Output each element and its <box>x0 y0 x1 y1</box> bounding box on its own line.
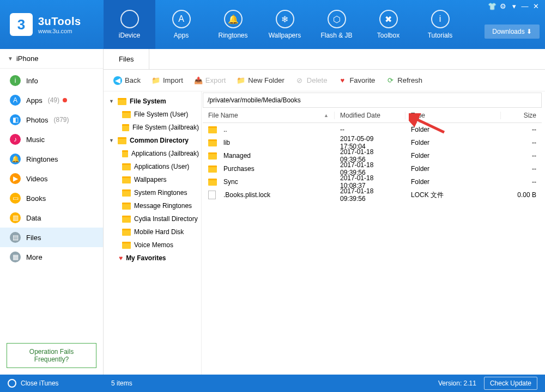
new-folder-button[interactable]: 📁New Folder <box>232 74 288 87</box>
logo: 3 3uTools www.3u.com <box>0 0 104 49</box>
info-icon: i <box>10 75 21 86</box>
sidebar-item-more[interactable]: ▦More <box>0 247 103 267</box>
tree-item[interactable]: System Ringtones <box>104 186 201 199</box>
nav-icon: ✖ <box>379 10 398 28</box>
path-bar[interactable] <box>203 93 542 108</box>
export-icon: 📤 <box>194 76 203 85</box>
top-nav: iDeviceAApps🔔Ringtones❄Wallpapers⬡Flash … <box>104 0 545 49</box>
heart-icon: ♥ <box>119 254 123 262</box>
nav-icon: ⬡ <box>328 10 346 28</box>
folder-icon <box>122 111 131 118</box>
toolbar: ◀Back 📁Import 📤Export 📁New Folder ⊘Delet… <box>104 70 545 91</box>
nav-apps[interactable]: AApps <box>155 0 207 49</box>
window-controls: 👕 ⚙ ▾ — ✕ <box>483 0 545 13</box>
status-item-count: 5 items <box>111 379 438 387</box>
sidebar-item-music[interactable]: ♪Music <box>0 130 103 149</box>
sidebar-item-data[interactable]: ▥Data <box>0 208 103 228</box>
sidebar-item-videos[interactable]: ▶Videos <box>0 169 103 188</box>
downloads-label: Downloads <box>492 28 524 35</box>
tree-item[interactable]: Wallpapers <box>104 173 201 186</box>
device-selector[interactable]: ▼ iPhone <box>0 49 103 69</box>
operation-fails-link[interactable]: Operation Fails Frequently? <box>7 343 96 368</box>
file-row[interactable]: ..--Folder-- <box>203 123 542 136</box>
nav-icon <box>120 10 139 28</box>
tshirt-icon[interactable]: 👕 <box>487 2 497 10</box>
notification-dot-icon <box>63 98 67 102</box>
folder-icon <box>208 139 217 146</box>
close-itunes-button[interactable]: Close iTunes <box>8 379 111 388</box>
ringtones-icon: 🔔 <box>10 154 21 164</box>
tab-files[interactable]: Files <box>104 49 149 69</box>
sidebar-item-apps[interactable]: AApps(49) <box>0 90 103 110</box>
nav-flash-jb[interactable]: ⬡Flash & JB <box>311 0 362 49</box>
nav-icon: A <box>172 10 191 28</box>
downloads-button[interactable]: Downloads ⬇ <box>485 24 540 39</box>
file-row[interactable]: Managed2017-01-18 09:39:56Folder-- <box>203 149 542 162</box>
folder-icon <box>208 152 217 160</box>
file-row[interactable]: Sync2017-01-18 10:08:37Folder-- <box>203 175 542 188</box>
tree-item[interactable]: File System (Jailbreak) <box>104 121 201 134</box>
photos-icon: ◧ <box>10 114 21 125</box>
file-list-panel: File Name▲ Modified Date Type Size ..--F… <box>202 91 545 375</box>
folder-icon <box>122 203 131 210</box>
nav-tutorials[interactable]: iTutorials <box>414 0 466 49</box>
file-row[interactable]: lib2017-05-09 17:50:04Folder-- <box>203 136 542 149</box>
export-button[interactable]: 📤Export <box>190 74 231 87</box>
refresh-button[interactable]: ⟳Refresh <box>382 74 427 87</box>
tree-item[interactable]: Mobile Hard Disk <box>104 225 201 238</box>
sidebar-item-books[interactable]: ▭Books <box>0 188 103 208</box>
tree-item[interactable]: Cydia Install Directory <box>104 212 201 225</box>
gear-icon[interactable]: ⚙ <box>498 2 508 10</box>
sidebar-item-photos[interactable]: ◧Photos(879) <box>0 110 103 130</box>
refresh-icon: ⟳ <box>386 76 395 85</box>
sidebar-item-files[interactable]: ▤Files <box>0 228 103 247</box>
tree-item[interactable]: Applications (Jailbreak) <box>104 147 201 160</box>
nav-ringtones[interactable]: 🔔Ringtones <box>207 0 259 49</box>
file-row[interactable]: .Books.plist.lock2017-01-18 09:39:56LOCK… <box>203 188 542 201</box>
col-type[interactable]: Type <box>405 112 501 119</box>
nav-icon: 🔔 <box>224 10 243 28</box>
folder-icon <box>208 126 217 133</box>
nav-wallpapers[interactable]: ❄Wallpapers <box>259 0 311 49</box>
videos-icon: ▶ <box>10 173 21 184</box>
file-row[interactable]: Purchases2017-01-18 09:39:56Folder-- <box>203 162 542 175</box>
path-input[interactable] <box>208 96 537 104</box>
col-file-name[interactable]: File Name▲ <box>203 112 335 119</box>
new-folder-icon: 📁 <box>237 76 245 85</box>
folder-icon <box>122 242 131 249</box>
col-modified-date[interactable]: Modified Date <box>335 112 405 119</box>
tree-item[interactable]: File System (User) <box>104 108 201 121</box>
music-icon: ♪ <box>10 134 21 145</box>
sidebar-item-info[interactable]: iInfo <box>0 71 103 90</box>
check-update-button[interactable]: Check Update <box>484 377 537 390</box>
tree-favorites[interactable]: ♥My Favorites <box>104 252 201 265</box>
tree-group[interactable]: ▼File System <box>104 95 201 108</box>
folder-icon <box>118 98 126 105</box>
file-icon <box>208 191 216 199</box>
download-icon: ⬇ <box>526 28 532 35</box>
sidebar: ▼ iPhone iInfoAApps(49)◧Photos(879)♪Musi… <box>0 49 104 375</box>
import-button[interactable]: 📁Import <box>147 74 187 87</box>
col-size[interactable]: Size <box>501 112 542 119</box>
status-bar: Close iTunes 5 items Version: 2.11 Check… <box>0 375 545 392</box>
ring-icon <box>8 379 16 388</box>
tree-item[interactable]: Message Ringtones <box>104 199 201 212</box>
tree-item[interactable]: Applications (User) <box>104 160 201 173</box>
favorite-button[interactable]: ♥Favorite <box>334 74 379 87</box>
close-icon[interactable]: ✕ <box>531 2 541 10</box>
tree-group[interactable]: ▼Common Directory <box>104 134 201 147</box>
minimize-icon[interactable]: — <box>520 2 530 10</box>
tree-item[interactable]: Voice Memos <box>104 238 201 252</box>
nav-idevice[interactable]: iDevice <box>104 0 155 49</box>
app-header: 3 3uTools www.3u.com iDeviceAApps🔔Ringto… <box>0 0 545 49</box>
folder-tree: ▼File SystemFile System (User)File Syste… <box>104 91 202 375</box>
brand-site: www.3u.com <box>38 28 81 34</box>
back-button[interactable]: ◀Back <box>109 74 145 87</box>
nav-icon: i <box>431 10 450 28</box>
delete-button[interactable]: ⊘Delete <box>291 74 332 87</box>
sidebar-item-ringtones[interactable]: 🔔Ringtones <box>0 149 103 169</box>
folder-icon <box>122 189 131 197</box>
nav-toolbox[interactable]: ✖Toolbox <box>362 0 414 49</box>
folder-icon <box>122 124 129 131</box>
dropdown-icon[interactable]: ▾ <box>509 2 519 10</box>
